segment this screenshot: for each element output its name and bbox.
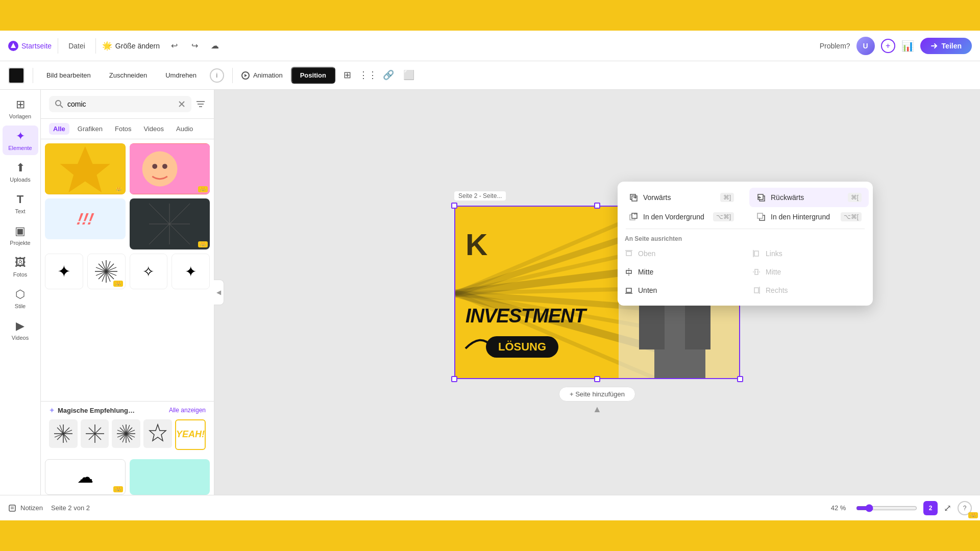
collapse-panel-button[interactable]: ◀: [214, 280, 224, 305]
sidebar-item-videos[interactable]: ▶ Videos: [3, 315, 38, 345]
add-page-button[interactable]: + Seite hinzufügen: [559, 387, 635, 402]
zoom-slider[interactable]: [856, 504, 917, 512]
cloud-crown: 👑: [113, 486, 123, 492]
sparkle-2[interactable]: 👑: [87, 254, 126, 289]
rueckwaerts-item[interactable]: Rückwärts ⌘[: [749, 188, 869, 207]
vorwaerts-item[interactable]: Vorwärts ⌘]: [622, 188, 741, 207]
home-button[interactable]: Startseite: [8, 41, 52, 51]
search-input[interactable]: [67, 100, 174, 108]
redo-button[interactable]: ↪: [186, 38, 203, 54]
sidebar-item-fotos[interactable]: 🖼 Fotos: [3, 252, 38, 282]
more-options-button[interactable]: ⬜: [401, 67, 417, 83]
teal-item[interactable]: [130, 459, 210, 495]
sidebar-item-uploads[interactable]: ⬆ Uploads: [3, 157, 38, 187]
sidebar-item-projekte[interactable]: ▣ Projekte: [3, 220, 38, 250]
hintergrund-shortcut: ⌥⌘[: [841, 212, 862, 221]
tab-audio[interactable]: Audio: [172, 123, 197, 135]
home-icon: [8, 41, 18, 51]
menu-divider-1: [626, 229, 865, 229]
result-item-3[interactable]: !!!: [45, 198, 126, 239]
sidebar-item-vorlagen[interactable]: ⊞ Vorlagen: [3, 94, 38, 123]
edit-image-button[interactable]: Bild bearbeiten: [41, 68, 96, 82]
magic-item-5[interactable]: YEAH!: [175, 419, 206, 450]
align-center-v-icon: [752, 268, 761, 276]
cloud-item[interactable]: ☁ 👑: [45, 459, 126, 495]
user-avatar[interactable]: U: [856, 37, 875, 55]
handle-bm[interactable]: [594, 376, 600, 382]
magic-item-1[interactable]: 👑: [49, 419, 78, 448]
handle-tm[interactable]: [594, 203, 600, 209]
align-right-icon: [752, 286, 761, 294]
result-item-4[interactable]: 👑: [130, 198, 210, 249]
main-content: ⊞ Vorlagen ✦ Elemente ⬆ Uploads T Text ▣…: [0, 90, 980, 495]
result-item-2[interactable]: 👑: [130, 143, 210, 194]
undo-button[interactable]: ↩: [166, 38, 182, 54]
crown-badge-burst: 👑: [113, 281, 123, 287]
analytics-button[interactable]: 📊: [901, 40, 914, 52]
tab-alle[interactable]: Alle: [49, 123, 69, 135]
handle-tl[interactable]: [451, 203, 457, 209]
filter-icon[interactable]: [195, 99, 206, 109]
info-button[interactable]: i: [210, 68, 224, 83]
sidebar-label-text: Text: [15, 208, 25, 214]
add-collaborator-button[interactable]: +: [881, 39, 895, 53]
align-unten-item[interactable]: Unten: [618, 281, 745, 299]
cloud-button[interactable]: ☁: [207, 38, 223, 54]
align-links-item[interactable]: Links: [745, 244, 873, 263]
file-button[interactable]: Datei: [64, 40, 89, 52]
align-rechts-item[interactable]: Rechts: [745, 281, 873, 299]
handle-br[interactable]: [737, 376, 743, 382]
vordergrund-item[interactable]: In den Vordergrund ⌥⌘]: [622, 207, 741, 227]
sparkle-3[interactable]: ✧: [130, 254, 168, 289]
notes-button[interactable]: Notizen: [8, 504, 43, 512]
color-picker-button[interactable]: [8, 67, 24, 84]
handle-bl[interactable]: [451, 376, 457, 382]
mitte-h-label-wrap: Mitte: [625, 268, 653, 276]
filter-icon-button[interactable]: ⊞: [339, 67, 356, 83]
align-mitte-h-item[interactable]: Mitte: [618, 263, 745, 281]
scroll-up-button[interactable]: ▲: [593, 404, 602, 415]
clear-search-icon[interactable]: [178, 101, 185, 108]
size-change-button[interactable]: 🌟 Größe ändern: [102, 41, 160, 51]
yeah-text: YEAH!: [176, 429, 205, 440]
magic-show-all[interactable]: Alle anzeigen: [169, 407, 206, 414]
hintergrund-label-wrap: In den Hintergrund: [756, 212, 830, 221]
sparkle-4[interactable]: ✦: [172, 254, 210, 289]
svg-rect-66: [632, 196, 637, 201]
magic-item-3[interactable]: [112, 419, 140, 448]
share-button[interactable]: Teilen: [920, 38, 972, 54]
vordergrund-shortcut: ⌥⌘]: [713, 212, 734, 221]
sidebar-item-stile[interactable]: ⬡ Stile: [3, 284, 38, 313]
page-number-badge[interactable]: 2: [923, 501, 938, 515]
links-label-wrap: Links: [752, 249, 782, 258]
position-button[interactable]: Position: [291, 67, 335, 84]
align-oben-item[interactable]: Oben: [618, 244, 745, 263]
problem-button[interactable]: Problem?: [820, 42, 850, 50]
fullscreen-button[interactable]: ⤢: [944, 503, 951, 514]
tab-videos[interactable]: Videos: [140, 123, 168, 135]
magic-item-4[interactable]: [143, 419, 172, 448]
vorwaerts-label-wrap: Vorwärts: [629, 193, 671, 202]
tab-grafiken[interactable]: Grafiken: [74, 123, 107, 135]
animation-button[interactable]: Animation: [241, 71, 283, 80]
sidebar-item-elemente[interactable]: ✦ Elemente: [3, 126, 38, 155]
crop-button[interactable]: Zuschneiden: [104, 68, 152, 82]
page-label: Seite 2 - Seite...: [454, 191, 506, 201]
flip-button[interactable]: Umdrehen: [160, 68, 202, 82]
share-icon: [930, 42, 938, 49]
toolbar-divider-1: [58, 38, 58, 54]
sparkle-1[interactable]: ✦: [45, 254, 83, 289]
result-item-1[interactable]: 👑: [45, 143, 126, 194]
hintergrund-item[interactable]: In den Hintergrund ⌥⌘[: [749, 207, 869, 227]
sidebar-item-text[interactable]: T Text: [3, 189, 38, 218]
link-button[interactable]: 🔗: [380, 67, 397, 83]
vordergrund-icon: [629, 212, 638, 221]
toolbar-divider-2: [95, 38, 96, 54]
align-mitte-v-item[interactable]: Mitte: [745, 263, 873, 281]
search-panel: Alle Grafiken Fotos Videos Audio 👑: [41, 90, 214, 495]
tab-fotos[interactable]: Fotos: [111, 123, 136, 135]
magic-item-2[interactable]: [81, 419, 109, 448]
grid-button[interactable]: ⋮⋮: [360, 67, 376, 83]
svg-rect-9: [199, 106, 202, 107]
solution-badge: LÖSUNG: [486, 336, 558, 358]
